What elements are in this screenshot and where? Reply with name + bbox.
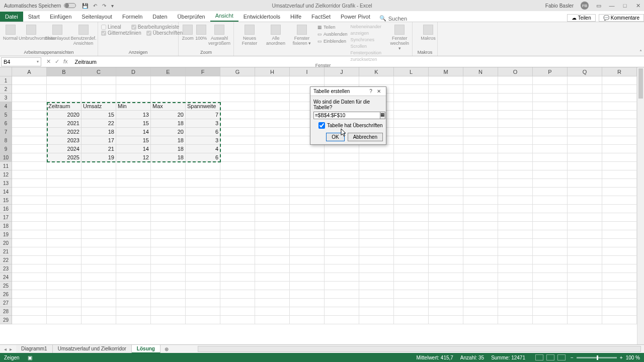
gitternetz-checkbox[interactable] xyxy=(101,31,106,36)
ribbon-options-icon[interactable]: ▭ xyxy=(596,3,602,9)
cell[interactable] xyxy=(82,290,116,299)
tab-file[interactable]: Datei xyxy=(0,12,23,22)
cell[interactable]: 17 xyxy=(82,136,116,145)
cell[interactable] xyxy=(47,247,82,256)
cell[interactable] xyxy=(47,94,82,102)
cell[interactable] xyxy=(220,136,255,145)
cell[interactable] xyxy=(12,136,47,145)
cell[interactable] xyxy=(394,230,429,239)
cell[interactable] xyxy=(290,162,325,170)
cell[interactable] xyxy=(255,162,290,170)
cell[interactable] xyxy=(186,299,220,307)
cell[interactable] xyxy=(47,230,82,239)
cell[interactable] xyxy=(533,188,568,196)
cell[interactable] xyxy=(116,299,151,307)
cell[interactable] xyxy=(116,76,151,85)
sheet-tab[interactable]: Lösung xyxy=(132,345,160,353)
range-input[interactable] xyxy=(313,112,380,119)
benutzerdef-ansichten-button[interactable]: Benutzerdef. Ansichten xyxy=(71,24,96,46)
row-header[interactable]: 21 xyxy=(0,247,12,256)
cell[interactable] xyxy=(533,94,568,102)
cell[interactable] xyxy=(47,222,82,230)
cell[interactable] xyxy=(463,136,498,145)
cell[interactable]: 6 xyxy=(186,153,220,162)
view-pagelayout-icon[interactable] xyxy=(546,354,554,360)
cell[interactable] xyxy=(359,230,394,239)
cell[interactable] xyxy=(12,239,47,247)
cell[interactable] xyxy=(463,299,498,307)
cell[interactable] xyxy=(602,230,637,239)
cell[interactable] xyxy=(533,145,568,153)
cell[interactable] xyxy=(255,299,290,307)
cell[interactable] xyxy=(116,264,151,273)
share-button[interactable]: ☁Teilen xyxy=(567,14,596,22)
row-header[interactable]: 10 xyxy=(0,153,12,162)
cell[interactable] xyxy=(394,136,429,145)
cell[interactable] xyxy=(255,264,290,273)
cell[interactable] xyxy=(290,264,325,273)
col-header[interactable]: C xyxy=(82,67,116,76)
cell[interactable] xyxy=(394,273,429,282)
cell[interactable] xyxy=(116,213,151,222)
row-header[interactable]: 13 xyxy=(0,179,12,188)
cell[interactable] xyxy=(533,119,568,128)
row-header[interactable]: 3 xyxy=(0,94,12,102)
cell[interactable] xyxy=(568,102,602,111)
cell[interactable] xyxy=(12,230,47,239)
cell[interactable] xyxy=(12,153,47,162)
cell[interactable] xyxy=(533,85,568,94)
cell[interactable] xyxy=(568,136,602,145)
cell[interactable] xyxy=(463,188,498,196)
cell[interactable] xyxy=(116,222,151,230)
cell[interactable] xyxy=(47,282,82,290)
user-avatar[interactable]: FB xyxy=(581,2,589,10)
cell[interactable] xyxy=(394,111,429,119)
cell[interactable] xyxy=(602,85,637,94)
cell[interactable] xyxy=(116,196,151,205)
cell[interactable] xyxy=(82,230,116,239)
cell[interactable] xyxy=(359,76,394,85)
cell[interactable] xyxy=(602,111,637,119)
row-header[interactable]: 26 xyxy=(0,290,12,299)
cell[interactable] xyxy=(255,256,290,264)
cell[interactable] xyxy=(533,213,568,222)
cell[interactable] xyxy=(463,162,498,170)
col-header[interactable]: G xyxy=(220,67,255,76)
cell[interactable] xyxy=(359,170,394,179)
cell[interactable] xyxy=(359,188,394,196)
cell[interactable] xyxy=(151,162,186,170)
cell[interactable] xyxy=(429,205,463,213)
cell[interactable] xyxy=(151,264,186,273)
cell[interactable] xyxy=(429,299,463,307)
cell[interactable] xyxy=(325,239,359,247)
cell[interactable] xyxy=(220,247,255,256)
cell[interactable]: Min xyxy=(116,102,151,111)
cell[interactable] xyxy=(602,273,637,282)
cell[interactable] xyxy=(290,170,325,179)
cell[interactable] xyxy=(568,273,602,282)
cell[interactable] xyxy=(325,264,359,273)
cell[interactable] xyxy=(429,290,463,299)
cell[interactable] xyxy=(533,230,568,239)
cell[interactable] xyxy=(47,239,82,247)
cell[interactable] xyxy=(602,188,637,196)
cell[interactable] xyxy=(463,170,498,179)
cell[interactable] xyxy=(568,299,602,307)
cell[interactable] xyxy=(498,273,533,282)
cell[interactable] xyxy=(359,290,394,299)
cell[interactable] xyxy=(498,264,533,273)
cell[interactable] xyxy=(12,76,47,85)
cell[interactable] xyxy=(12,299,47,307)
cell[interactable] xyxy=(394,307,429,316)
row-header[interactable]: 1 xyxy=(0,76,12,85)
cell[interactable] xyxy=(220,290,255,299)
cell[interactable] xyxy=(359,273,394,282)
cell[interactable] xyxy=(394,162,429,170)
cell[interactable]: 2020 xyxy=(47,111,82,119)
cell[interactable] xyxy=(325,316,359,324)
cell[interactable] xyxy=(325,76,359,85)
cell[interactable] xyxy=(325,247,359,256)
cell[interactable] xyxy=(255,282,290,290)
cell[interactable]: 3 xyxy=(186,136,220,145)
cell[interactable] xyxy=(220,273,255,282)
